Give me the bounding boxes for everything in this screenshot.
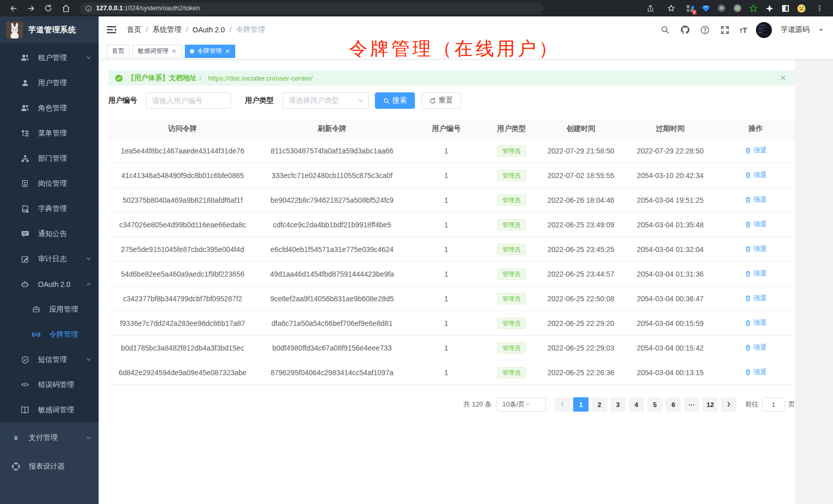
reset-button[interactable]: 重置 xyxy=(421,92,461,109)
alert-close-icon[interactable]: ✕ xyxy=(780,73,788,83)
sidebar-item-post[interactable]: 岗位管理 xyxy=(0,171,99,196)
breadcrumb-item[interactable]: 首页 xyxy=(127,25,141,34)
sidebar-item-dict[interactable]: 字典管理 xyxy=(0,196,99,221)
force-logout-button[interactable]: 强退 xyxy=(745,220,767,229)
user-type-badge: 管理员 xyxy=(497,244,526,255)
force-logout-button[interactable]: 强退 xyxy=(745,146,767,155)
address-bar[interactable]: 127.0.0.1:1024/system/oauth2/token xyxy=(79,3,544,14)
emoji-avatar-icon[interactable] xyxy=(797,4,806,13)
page-2-button[interactable]: 2 xyxy=(592,397,607,412)
help-icon[interactable] xyxy=(699,24,711,35)
breadcrumb-item[interactable]: 系统管理 xyxy=(153,25,181,34)
page-6-button[interactable]: 6 xyxy=(666,397,681,412)
user-icon xyxy=(21,79,29,87)
page-1-button[interactable]: 1 xyxy=(573,397,589,412)
expires-at-cell: 2054-03-04 00:15:42 xyxy=(624,344,716,352)
search-icon[interactable] xyxy=(659,24,671,35)
user-id-cell: 1 xyxy=(407,196,485,204)
home-icon[interactable] xyxy=(59,2,73,15)
page-12-button[interactable]: 12 xyxy=(703,397,718,412)
bookmark-star-icon[interactable] xyxy=(664,2,678,15)
extension-command-icon[interactable]: ⌘ xyxy=(717,4,726,13)
force-logout-button[interactable]: 强退 xyxy=(745,269,767,278)
sidebar-item-oauth2[interactable]: OAuth 2.0 xyxy=(0,272,99,297)
extension-star-icon[interactable] xyxy=(749,4,758,13)
user-menu-caret-icon[interactable] xyxy=(818,27,824,33)
page-4-button[interactable]: 4 xyxy=(629,397,644,412)
extension-pinwheel-icon[interactable] xyxy=(765,4,774,13)
goto-page-input[interactable] xyxy=(762,397,785,412)
extension-panel-icon[interactable] xyxy=(781,4,790,13)
success-check-icon xyxy=(115,74,123,82)
app-logo-row[interactable]: 芋道管理系统 xyxy=(0,16,99,43)
breadcrumb-item[interactable]: OAuth 2.0 xyxy=(193,26,225,34)
search-button[interactable]: 搜索 xyxy=(375,92,415,109)
github-icon[interactable] xyxy=(679,24,691,35)
column-header: 访问令牌 xyxy=(108,124,257,133)
user-name[interactable]: 芋道源码 xyxy=(781,25,809,34)
tab-sensitive-word[interactable]: 敏感词管理 ✕ xyxy=(132,45,182,58)
user-type-badge: 管理员 xyxy=(497,195,526,206)
doc-alert: 【用户体系】文档地址： https://doc.iocoder.cn/user-… xyxy=(108,70,795,86)
site-info-icon[interactable] xyxy=(85,5,92,12)
sidebar-item-sms[interactable]: 短信管理 xyxy=(0,347,99,372)
force-logout-button[interactable]: 强退 xyxy=(745,367,767,377)
sidebar-item-oauth2-token[interactable]: (A) 令牌管理 xyxy=(0,322,99,347)
extension-grid-icon[interactable]: 9 xyxy=(685,4,694,13)
user-id-cell: 1 xyxy=(407,270,485,278)
sidebar-item-errcode[interactable]: </> 错误码管理 xyxy=(0,372,99,397)
sidebar-item-sensitive[interactable]: 敏感词管理 xyxy=(0,397,99,422)
extension-gem-icon[interactable] xyxy=(701,4,710,13)
sidebar-item-role[interactable]: 角色管理 xyxy=(0,95,99,121)
expires-at-cell: 2054-03-04 01:35:48 xyxy=(624,221,716,229)
page-3-button[interactable]: 3 xyxy=(610,397,626,412)
sidebar-collapse-icon[interactable] xyxy=(106,25,118,35)
table-row: 502375b8040a469a9b82188afdf6af1f be90422… xyxy=(108,188,795,212)
sidebar-item-oauth2-app[interactable]: 应用管理 xyxy=(0,297,99,322)
briefcase-icon xyxy=(32,305,41,314)
tab-close-icon[interactable]: ✕ xyxy=(172,48,177,54)
fullscreen-icon[interactable] xyxy=(720,24,731,35)
reload-icon[interactable] xyxy=(41,2,55,15)
share-icon[interactable] xyxy=(643,2,657,15)
prev-page-button[interactable] xyxy=(555,397,570,412)
doc-link[interactable]: https://doc.iocoder.cn/user-center/ xyxy=(209,74,313,82)
page-size-select[interactable]: 10条/页 xyxy=(497,397,546,412)
sidebar-item-menu[interactable]: 菜单管理 xyxy=(0,121,99,146)
expires-at-cell: 2054-03-04 00:36:47 xyxy=(624,295,716,303)
page-5-button[interactable]: 5 xyxy=(647,397,662,412)
user-id-input[interactable] xyxy=(146,92,231,109)
font-size-icon[interactable]: TT xyxy=(740,26,747,34)
user-avatar[interactable] xyxy=(756,22,772,38)
force-logout-button[interactable]: 强退 xyxy=(745,244,767,254)
sidebar-item-tenant[interactable]: 租户管理 xyxy=(0,45,99,70)
sidebar-item-notice[interactable]: 通知公告 xyxy=(0,221,99,246)
expires-at-cell: 2054-03-04 00:15:59 xyxy=(624,319,716,327)
force-logout-button[interactable]: 强退 xyxy=(745,294,767,303)
browser-menu-icon[interactable] xyxy=(812,2,827,15)
forward-icon[interactable] xyxy=(24,2,38,15)
tab-token[interactable]: 令牌管理 ✕ xyxy=(185,45,235,58)
table-row: b0d1785bc3a8482f812db4a3f3bd15ec b0df498… xyxy=(108,336,795,360)
created-at-cell: 2022-06-25 23:49:09 xyxy=(538,221,624,229)
force-logout-button[interactable]: 强退 xyxy=(745,343,767,352)
back-icon[interactable] xyxy=(6,2,21,15)
sidebar-item-pay[interactable]: ¥ 支付管理 xyxy=(0,423,99,452)
user-type-badge: 管理员 xyxy=(497,145,526,157)
force-logout-button[interactable]: 强退 xyxy=(745,318,767,327)
tab-close-icon[interactable]: ✕ xyxy=(225,48,230,54)
force-logout-button[interactable]: 强退 xyxy=(745,195,767,204)
table-row: 275e5de9151045fe87cbdc395e004f4d e6cfd40… xyxy=(108,237,795,262)
extension-dot-icon[interactable] xyxy=(733,4,742,13)
sidebar-item-user[interactable]: 用户管理 xyxy=(0,70,99,95)
force-logout-button[interactable]: 强退 xyxy=(745,170,767,180)
user-type-select[interactable]: 请选择用户类型 xyxy=(282,92,369,109)
book-icon xyxy=(21,405,29,414)
breadcrumb-item: 令牌管理 xyxy=(236,25,265,34)
page-more-button[interactable]: ··· xyxy=(684,397,699,412)
next-page-button[interactable] xyxy=(721,397,736,412)
sidebar-item-report[interactable]: 报表设计器 xyxy=(0,452,99,481)
sidebar-item-audit[interactable]: 审计日志 xyxy=(0,246,99,272)
sidebar-item-dept[interactable]: 部门管理 xyxy=(0,146,99,171)
tab-home[interactable]: 首页 xyxy=(107,45,129,58)
